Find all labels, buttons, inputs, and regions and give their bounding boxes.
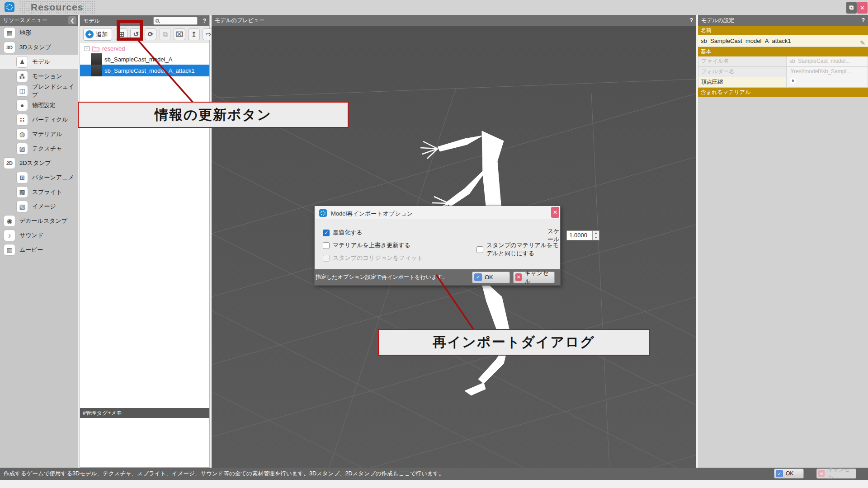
close-window-button[interactable]: ✕ <box>857 2 868 14</box>
sound-icon: ♪ <box>4 230 15 241</box>
tree-item-model-a[interactable]: sb_SampleCast_model_A <box>80 54 209 65</box>
app-title: Resources <box>19 0 95 14</box>
search-input[interactable] <box>153 17 198 25</box>
physics-icon: ● <box>16 99 28 111</box>
new-model-button[interactable]: ⊞ <box>116 28 127 40</box>
status-cancel-button[interactable]: ✕ キャンセル <box>816 469 856 479</box>
dialog-ok-button[interactable]: ✓ OK <box>472 272 510 283</box>
copy-button[interactable]: ⧉ <box>159 28 171 40</box>
motion-icon: ⁂ <box>16 70 28 82</box>
model-name-field[interactable]: sb_SampleCast_model_A_attack1 ✎ <box>698 35 868 47</box>
sidebar-item-3d-stamp[interactable]: 3D3Dスタンプ <box>0 40 78 55</box>
checkbox-checked-icon[interactable] <box>323 230 330 236</box>
option-optimize[interactable]: 最適化する <box>323 229 363 237</box>
plus-icon: + <box>85 30 94 38</box>
model-panel-help-button[interactable]: ? <box>203 17 206 24</box>
sidebar-collapse-button[interactable]: ❮ <box>68 16 76 24</box>
dialog-footer-text: 指定したオプション設定で再インポートを行います。 <box>316 273 465 281</box>
option-overwrite-material[interactable]: マテリアルを上書き更新する <box>323 241 410 249</box>
decal-stamp-icon: ◉ <box>4 215 15 227</box>
folder-icon <box>92 46 99 52</box>
particle-icon: ∷ <box>16 114 28 126</box>
movie-icon: ▥ <box>4 244 15 256</box>
spinner-up-icon[interactable]: ▲ <box>593 231 599 235</box>
checkbox-icon[interactable] <box>476 246 483 253</box>
model-settings-panel: モデルの設定 ? 名前 sb_SampleCast_model_A_attack… <box>698 15 868 468</box>
vertex-compression-row: 頂点圧縮 0 <box>698 77 868 88</box>
pattern-anime-icon: ⊞ <box>16 172 28 183</box>
delete-button[interactable]: ⌧ <box>174 28 185 40</box>
sidebar-item-2d-stamp[interactable]: 2D2Dスタンプ <box>0 156 78 170</box>
reimport-button[interactable]: ⟳ <box>145 28 156 40</box>
export-button[interactable]: ↥ <box>188 28 200 40</box>
sidebar-item-texture[interactable]: ▨テクスチャ <box>0 141 78 156</box>
model-thumbnail <box>91 53 102 65</box>
search-icon <box>156 19 159 23</box>
terrain-icon: ▦ <box>4 27 15 39</box>
float-window-button[interactable]: ⧉ <box>846 2 857 14</box>
sidebar-item-decal-stamp[interactable]: ◉デカールスタンプ <box>0 214 78 228</box>
reimport-dialog: Model再インポートオプション ✕ 最適化する マテリアルを上書き更新する ス… <box>314 206 561 286</box>
2d-stamp-icon: 2D <box>4 157 15 169</box>
image-icon: ▧ <box>16 201 28 212</box>
sidebar-item-particle[interactable]: ∷パーティクル <box>0 113 78 127</box>
expander-icon[interactable]: + <box>85 46 90 51</box>
blendshape-icon: ◫ <box>16 85 28 97</box>
dialog-dice-icon <box>319 209 327 217</box>
sidebar-item-image[interactable]: ▧イメージ <box>0 199 78 214</box>
update-info-button[interactable]: ↺ <box>130 28 142 40</box>
sidebar-item-physics[interactable]: ●物理設定 <box>0 98 78 113</box>
app-logo-dice-icon <box>5 2 14 12</box>
status-text: 作成するゲームで使用する3Dモデル、テクスチャ、スプライト、イメージ、サウンド等… <box>4 470 444 478</box>
sidebar-item-movie[interactable]: ▥ムービー <box>0 243 78 257</box>
material-icon: ◍ <box>16 128 28 140</box>
folder-name-row: フォルダー名 .¥res¥model¥sb_Sampl... <box>698 67 868 77</box>
preview-panel-help-button[interactable]: ? <box>690 17 693 24</box>
sidebar-item-terrain[interactable]: ▦地形 <box>0 26 78 40</box>
settings-panel-help-button[interactable]: ? <box>862 17 865 24</box>
sidebar-item-pattern-anime[interactable]: ⊞パターンアニメ <box>0 170 78 185</box>
preview-panel-header: モデルのプレビュー <box>212 15 696 26</box>
title-bar: Resources ⧉ ✕ <box>0 0 868 15</box>
dialog-close-button[interactable]: ✕ <box>551 207 559 218</box>
tree-item-model-a-attack1[interactable]: sb_SampleCast_model_A_attack1 <box>80 65 209 76</box>
annotation-reimport-dialog: 再インポートダイアログ <box>378 329 650 356</box>
x-icon: ✕ <box>515 273 522 281</box>
dialog-cancel-button[interactable]: ✕ キャンセル <box>513 272 555 283</box>
basic-section-header: 基本 <box>698 47 868 56</box>
tree-folder-reserved[interactable]: + reserved <box>80 43 209 54</box>
sidebar-header: リソースメニュー <box>0 15 78 26</box>
annotation-update-button: 情報の更新ボタン <box>78 102 349 128</box>
scale-label: スケール <box>547 227 564 244</box>
sprite-icon: ▩ <box>16 186 28 198</box>
materials-section-header: 含まれるマテリアル <box>698 88 868 97</box>
status-bar: 作成するゲームで使用する3Dモデル、テクスチャ、スプライト、イメージ、サウンド等… <box>0 468 868 480</box>
scale-spinner[interactable]: ▲▼ <box>592 230 599 240</box>
texture-icon: ▨ <box>16 143 28 155</box>
spinner-down-icon[interactable]: ▼ <box>593 235 599 240</box>
checkbox-icon[interactable] <box>323 242 330 249</box>
model-toolbar: + 追加 ⊞ ↺ ⟳ ⧉ ⌧ ↥ ⇨ <box>80 26 209 42</box>
model-icon: ♟ <box>16 56 28 68</box>
tag-memo-bar[interactable]: #管理タグ+メモ <box>80 408 209 418</box>
x-icon: ✕ <box>818 470 825 477</box>
model-thumbnail <box>91 65 102 76</box>
sidebar-item-model[interactable]: ♟モデル <box>0 55 78 69</box>
dialog-title: Model再インポートオプション <box>331 210 413 218</box>
sidebar-item-motion[interactable]: ⁂モーション <box>0 69 78 84</box>
file-name-row: ファイル名 sb_SampleCast_model... <box>698 56 868 67</box>
model-list-panel: モデル ? + 追加 ⊞ ↺ ⟳ ⧉ ⌧ ↥ ⇨ + reserved <box>80 15 210 468</box>
option-fit-collision[interactable]: スタンプのコリジョンをフィット <box>323 254 423 262</box>
option-stamp-material-same[interactable]: スタンプのマテリアルをモデルと同じにする <box>476 241 560 258</box>
status-ok-button[interactable]: ✓ OK <box>774 469 804 479</box>
scale-input[interactable]: 1.0000 ▲▼ <box>566 230 592 240</box>
sidebar-item-blendshape[interactable]: ◫ブレンドシェイプ <box>0 84 78 98</box>
dialog-title-bar[interactable]: Model再インポートオプション ✕ <box>315 206 560 220</box>
add-model-button[interactable]: + 追加 <box>83 28 112 41</box>
resource-menu-sidebar: リソースメニュー ❮ ▦地形 3D3Dスタンプ ♟モデル ⁂モーション ◫ブレン… <box>0 15 78 468</box>
sidebar-item-sprite[interactable]: ▩スプライト <box>0 185 78 199</box>
sidebar-item-material[interactable]: ◍マテリアル <box>0 127 78 141</box>
check-icon: ✓ <box>474 273 482 281</box>
sidebar-item-sound[interactable]: ♪サウンド <box>0 228 78 243</box>
checkbox-disabled-icon <box>323 255 330 262</box>
